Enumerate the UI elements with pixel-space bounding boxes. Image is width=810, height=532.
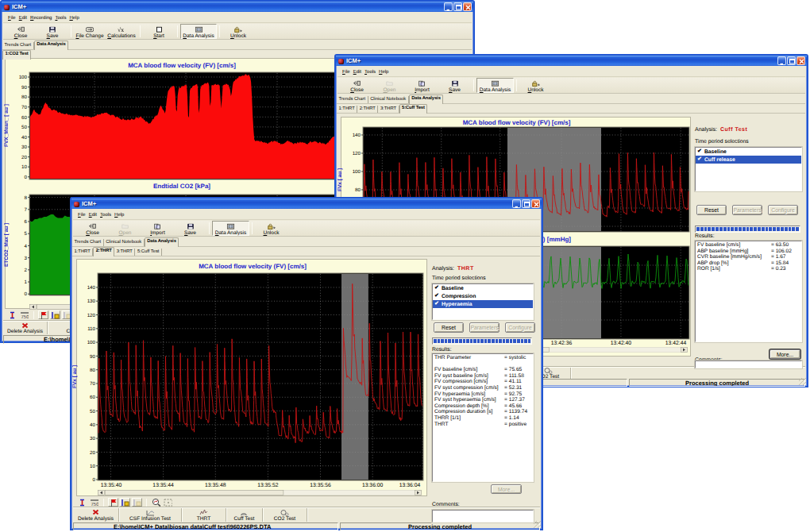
maximize-button[interactable] [787,56,796,65]
menu-help[interactable]: Help [69,16,79,21]
titlebar[interactable]: ICM+ [2,2,473,12]
menu-recording[interactable]: Recording [30,16,52,21]
titlebar[interactable]: ICM+ [71,199,542,209]
period-item-cuff-release[interactable]: ✔Cuff release [696,156,801,164]
comments-box[interactable] [695,360,802,368]
toolbar-save-button[interactable]: Save [438,78,471,93]
toolbar-start-button[interactable]: Start [143,24,175,39]
menu-help[interactable]: Help [379,70,388,75]
period-item-baseline[interactable]: ✔Baseline [433,284,533,292]
ruler-750-icon[interactable]: 750 [19,310,29,319]
close-button[interactable] [531,199,540,208]
parameters-button[interactable]: Parameters [469,322,499,333]
co2-test-button[interactable]: CO2 Test [263,508,307,522]
flag-icon[interactable] [38,310,48,319]
configure-button[interactable]: Configure [505,322,535,333]
tab-clinical-notebook[interactable]: Clinical Notebook [368,96,409,103]
marker-l8-icon[interactable] [132,498,142,507]
cursor-ibeam-icon[interactable] [77,498,87,507]
chart-h-scrollbar[interactable] [98,490,422,495]
marquee-icon[interactable] [163,498,173,507]
toolbar-open-button[interactable]: Open [373,78,406,93]
period-item-baseline[interactable]: ✔Baseline [696,148,801,156]
minimize-button[interactable] [444,2,453,11]
tab-data-analysis[interactable]: Data Analysis [145,237,179,247]
results-listbox[interactable]: THR Parameter= systolicFV baseline [cm/s… [432,353,534,482]
delete-analysis-button[interactable]: Delete Analysis [73,508,119,522]
checkbox-checked-icon[interactable]: ✔ [434,286,439,291]
more-button[interactable]: More... [770,349,800,359]
minimize-button[interactable] [777,56,786,65]
toolbar-file-change-button[interactable]: File Change [74,24,106,39]
period-item-compression[interactable]: ✔Compression [433,292,533,300]
tab-trends-chart[interactable]: Trends Chart [337,96,368,103]
toolbar-import-button[interactable]: Import [141,221,174,236]
csf-infusion-test-button[interactable]: CSF Infusion Test [119,508,182,522]
subtab-5-cuff-test[interactable]: 5:Cuff Test [135,249,162,256]
toolbar-close-button[interactable]: Close [5,24,37,39]
menu-file[interactable]: File [78,213,86,218]
thrt-button[interactable]: THRT [182,508,226,522]
toolbar-unlock-button[interactable]: Unlock [222,24,254,39]
toolbar-import-button[interactable]: Import [406,78,438,93]
toolbar-data-analysis-button[interactable]: Data Analysis [476,78,514,93]
comments-box[interactable] [432,510,534,522]
toolbar-unlock-button[interactable]: Unlock [255,221,287,236]
subtab-5-cuff-test[interactable]: 5:Cuff Test [399,104,428,114]
period-item-hyperaemia[interactable]: ✔Hyperaemia [433,300,533,308]
maximize-button[interactable] [453,2,462,11]
toolbar-open-button[interactable]: Open [109,221,141,236]
tab-data-analysis[interactable]: Data Analysis [409,94,444,104]
toolbar-data-analysis-button[interactable]: Data Analysis [212,221,249,236]
menu-file[interactable]: File [8,16,16,21]
cuff-test-button[interactable]: Cuff Test [226,508,263,522]
menu-edit[interactable]: Edit [89,213,97,218]
zoom-chart-icon[interactable] [151,498,161,507]
more-button[interactable]: More... [491,484,522,494]
toolbar-unlock-button[interactable]: Unlock [519,78,552,93]
tab-trends-chart[interactable]: Trends Chart [72,239,104,246]
subtab-1-thrt[interactable]: 1:THRT [72,249,93,256]
ruler-750-icon[interactable]: 750 [89,498,99,507]
checkbox-checked-icon[interactable]: ✔ [434,302,439,306]
close-button[interactable] [463,2,472,11]
menu-help[interactable]: Help [114,213,124,218]
subtab-2-thrt[interactable]: 2:THRT [357,106,378,113]
cursor-ibeam-icon[interactable] [7,310,17,319]
tab-clinical-notebook[interactable]: Clinical Notebook [104,239,145,246]
flag-icon[interactable] [108,498,118,507]
resize-grip[interactable] [799,378,806,385]
reset-button[interactable]: Reset [696,205,727,215]
toolbar-close-button[interactable]: Close [341,78,373,93]
toolbar-data-analysis-button[interactable]: Data Analysis [180,24,217,39]
checkbox-checked-icon[interactable]: ✔ [697,149,702,154]
subtab-2-thrt[interactable]: 2:THRT [93,247,114,256]
menu-tools[interactable]: Tools [100,213,111,218]
menu-edit[interactable]: Edit [19,16,27,21]
checkbox-checked-icon[interactable]: ✔ [697,157,702,162]
periods-listbox[interactable]: ✔Baseline✔Compression✔Hyperaemia [432,283,534,320]
subtab-3-thrt[interactable]: 3:THRT [378,106,399,113]
maximize-button[interactable] [522,199,530,208]
menu-tools[interactable]: Tools [55,16,66,21]
subtab-1-thrt[interactable]: 1:THRT [337,106,357,113]
menu-tools[interactable]: Tools [364,70,376,75]
subtab-3-thrt[interactable]: 3:THRT [114,249,135,256]
periods-listbox[interactable]: ✔Baseline✔Cuff release [695,147,802,191]
menu-file[interactable]: File [342,70,350,75]
tab-data-analysis[interactable]: Data Analysis [34,40,69,50]
checkbox-checked-icon[interactable]: ✔ [434,294,439,299]
titlebar[interactable]: ICM+ [336,56,807,66]
menu-edit[interactable]: Edit [353,70,361,75]
delete-analysis-button[interactable]: Delete Analysis [3,322,48,334]
reset-button[interactable]: Reset [434,322,464,333]
marker-lo-icon[interactable] [50,310,60,319]
parameters-button[interactable]: Parameters [732,205,762,215]
toolbar-close-button[interactable]: Close [76,221,109,236]
configure-button[interactable]: Configure [768,205,798,215]
toolbar-calculations-button[interactable]: √xCalculations [106,24,137,39]
resize-grip[interactable] [534,521,541,528]
marker-lo-icon[interactable] [120,498,130,507]
toolbar-save-button[interactable]: Save [37,24,68,39]
subtab-1-co2-test[interactable]: 1:CO2 Test [2,50,31,60]
